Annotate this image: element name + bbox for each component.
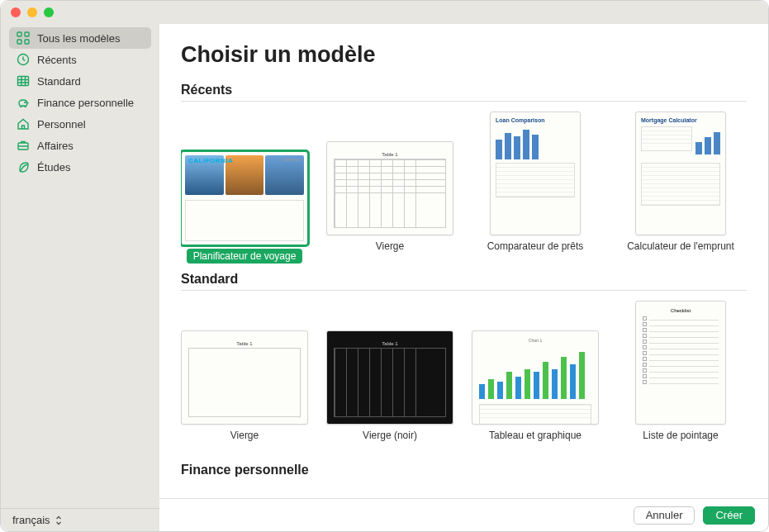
briefcase-icon xyxy=(16,138,31,153)
cancel-button-label: Annuler xyxy=(646,509,683,521)
template-vierge-noir[interactable]: Table 1 Vierge (noir) xyxy=(326,330,453,453)
sidebar-item-standard[interactable]: Standard xyxy=(9,70,151,92)
svg-rect-1 xyxy=(25,32,29,36)
main-area: Choisir un modèle Récents CALIFORNIA Iti… xyxy=(159,24,768,531)
svg-rect-0 xyxy=(17,32,21,36)
standard-row: Table 1 Vierge Table 1 Vierge (noir) Cha… xyxy=(181,301,747,453)
thumb-title: Checklist xyxy=(643,308,719,313)
svg-rect-5 xyxy=(18,77,29,86)
template-label: Liste de pointage xyxy=(617,430,744,453)
thumb-title: Loan Comparison xyxy=(496,117,575,123)
template-label: Vierge (noir) xyxy=(326,430,453,453)
svg-rect-2 xyxy=(17,40,21,44)
template-label: Comparateur de prêts xyxy=(472,240,599,264)
sidebar-item-personal-finance[interactable]: Finance personnelle xyxy=(9,92,151,113)
template-planificateur-voyage[interactable]: CALIFORNIA Itinerary Planificateur de vo… xyxy=(181,151,308,264)
main-scroll[interactable]: Choisir un modèle Récents CALIFORNIA Iti… xyxy=(159,24,768,498)
sidebar-item-label: Tous les modèles xyxy=(37,32,120,45)
chevron-up-down-icon xyxy=(55,515,64,525)
page-title: Choisir un modèle xyxy=(181,42,747,68)
language-label: français xyxy=(12,514,50,526)
window-body: Tous les modèles Récents Standard xyxy=(1,24,768,531)
language-selector[interactable]: français xyxy=(1,508,159,531)
window-minimize-icon[interactable] xyxy=(27,7,37,17)
grid-icon xyxy=(16,31,31,45)
template-chooser-window: Tous les modèles Récents Standard xyxy=(1,1,768,531)
footer: Annuler Créer xyxy=(159,498,768,531)
template-calculateur-emprunt[interactable]: Mortgage Calculator Calculateur de l'emp… xyxy=(617,112,744,264)
sidebar-item-label: Finance personnelle xyxy=(37,97,134,109)
sidebar-item-label: Récents xyxy=(37,54,77,66)
table-icon xyxy=(16,74,31,88)
template-vierge-std[interactable]: Table 1 Vierge xyxy=(181,330,308,453)
cancel-button[interactable]: Annuler xyxy=(634,506,695,525)
template-vierge[interactable]: Table 1 Vierge xyxy=(326,141,453,264)
sidebar-list: Tous les modèles Récents Standard xyxy=(1,27,159,508)
template-comparateur-prets[interactable]: Loan Comparison Comparateur de prêts xyxy=(472,112,599,264)
svg-rect-3 xyxy=(25,40,29,44)
sidebar-item-label: Personnel xyxy=(37,118,86,131)
template-label: Tableau et graphique xyxy=(472,430,599,453)
sidebar-item-label: Standard xyxy=(37,75,81,88)
template-label: Vierge xyxy=(181,430,308,453)
leaf-icon xyxy=(16,159,31,174)
home-icon xyxy=(16,116,31,131)
template-liste-pointage[interactable]: Checklist xyxy=(617,301,744,453)
template-tableau-graphique[interactable]: Chart 1 Tableau et graphique xyxy=(472,330,599,453)
window-zoom-icon[interactable] xyxy=(44,7,54,17)
sidebar-item-personal[interactable]: Personnel xyxy=(9,113,151,135)
titlebar xyxy=(1,1,768,24)
sidebar-item-label: Études xyxy=(37,161,70,173)
template-label: Planificateur de voyage xyxy=(187,249,303,264)
sidebar: Tous les modèles Récents Standard xyxy=(1,24,159,531)
section-title-recents: Récents xyxy=(181,83,747,102)
create-button[interactable]: Créer xyxy=(703,506,755,525)
window-close-icon[interactable] xyxy=(11,7,21,17)
recents-row: CALIFORNIA Itinerary Planificateur de vo… xyxy=(181,112,747,264)
thumb-title: CALIFORNIA xyxy=(188,157,233,164)
thumb-title: Mortgage Calculator xyxy=(641,117,720,123)
template-label: Vierge xyxy=(326,240,453,264)
sidebar-item-recents[interactable]: Récents xyxy=(9,49,151,70)
section-title-finance: Finance personnelle xyxy=(181,463,747,481)
clock-icon xyxy=(16,52,31,67)
template-label: Calculateur de l'emprunt xyxy=(617,240,744,264)
piggy-bank-icon xyxy=(16,95,31,110)
sidebar-item-business[interactable]: Affaires xyxy=(9,135,151,156)
sidebar-item-label: Affaires xyxy=(37,140,74,152)
svg-point-6 xyxy=(25,102,26,102)
sidebar-item-education[interactable]: Études xyxy=(9,156,151,178)
section-title-standard: Standard xyxy=(181,272,747,291)
thumb-subtitle: Itinerary xyxy=(282,157,301,162)
create-button-label: Créer xyxy=(715,509,743,521)
sidebar-item-all-templates[interactable]: Tous les modèles xyxy=(9,27,151,49)
